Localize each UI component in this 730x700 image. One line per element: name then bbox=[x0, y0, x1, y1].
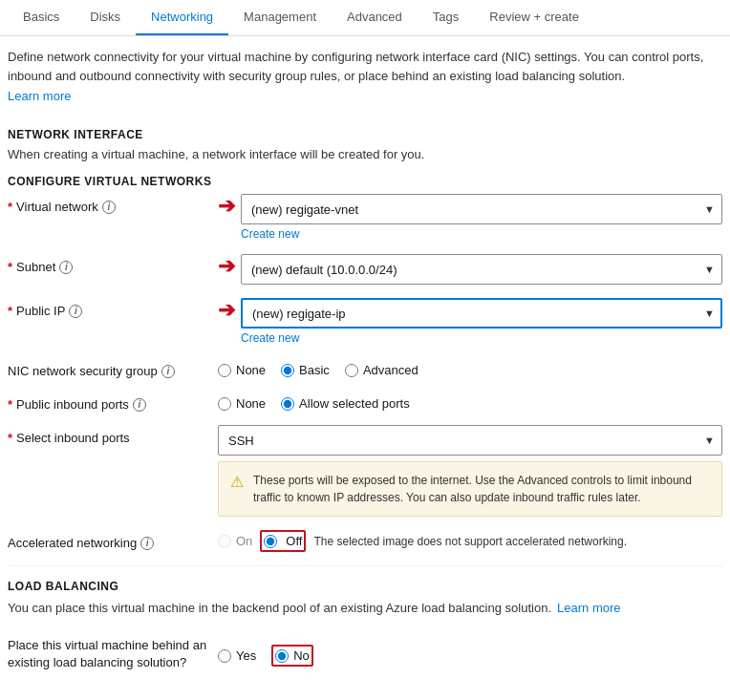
place-vm-control: Yes No bbox=[218, 641, 722, 667]
learn-more-link-1[interactable]: Learn more bbox=[8, 89, 71, 103]
public-ip-control: (new) regigate-ip ▼ Create new bbox=[241, 298, 722, 345]
nic-nsg-basic-option[interactable]: Basic bbox=[281, 363, 330, 377]
public-ip-label: * Public IP i bbox=[8, 298, 218, 318]
accelerated-networking-options: On Off The selected image does not suppo… bbox=[218, 530, 722, 552]
tab-review-create[interactable]: Review + create bbox=[474, 0, 594, 35]
nic-nsg-advanced-radio[interactable] bbox=[345, 364, 358, 377]
arrow-vnet: ➔ bbox=[218, 194, 235, 219]
tab-tags[interactable]: Tags bbox=[418, 0, 474, 35]
place-vm-label: Place this virtual machine behind an exi… bbox=[8, 637, 218, 671]
public-inbound-radio-group: None Allow selected ports bbox=[218, 392, 722, 411]
configure-vnet-header: CONFIGURE VIRTUAL NETWORKS bbox=[8, 175, 722, 188]
tab-advanced[interactable]: Advanced bbox=[332, 0, 418, 35]
required-star-inbound: * bbox=[8, 397, 12, 412]
place-vm-no-highlighted: No bbox=[271, 645, 313, 667]
subnet-control: (new) default (10.0.0.0/24) ▼ bbox=[241, 254, 722, 285]
accelerated-networking-control: On Off The selected image does not suppo… bbox=[218, 530, 722, 552]
subnet-select-wrapper: (new) default (10.0.0.0/24) ▼ bbox=[241, 254, 722, 285]
nic-nsg-label: NIC network security group i bbox=[8, 358, 218, 378]
required-star-select-inbound: * bbox=[8, 431, 12, 445]
nic-nsg-advanced-option[interactable]: Advanced bbox=[345, 363, 419, 377]
description-text: Define network connectivity for your vir… bbox=[8, 48, 722, 85]
subnet-row: * Subnet i ➔ (new) default (10.0.0.0/24)… bbox=[8, 254, 722, 285]
nic-nsg-radio-group: None Basic Advanced bbox=[218, 358, 722, 377]
network-interface-text: When creating a virtual machine, a netwo… bbox=[8, 147, 722, 161]
load-balancing-text: You can place this virtual machine in th… bbox=[8, 599, 551, 618]
subnet-label: * Subnet i bbox=[8, 254, 218, 274]
select-inbound-row: * Select inbound ports SSH ▼ ⚠ These por… bbox=[8, 425, 722, 517]
public-inbound-label: * Public inbound ports i bbox=[8, 392, 218, 412]
warning-icon: ⚠ bbox=[230, 473, 244, 506]
create-new-vnet[interactable]: Create new bbox=[241, 227, 299, 241]
nic-nsg-info-icon[interactable]: i bbox=[161, 365, 175, 378]
accelerated-on-radio[interactable] bbox=[218, 535, 231, 548]
select-inbound-select[interactable]: SSH bbox=[218, 425, 722, 456]
tab-bar: Basics Disks Networking Management Advan… bbox=[0, 0, 730, 36]
load-balancing-header: LOAD BALANCING bbox=[8, 580, 722, 593]
public-inbound-info-icon[interactable]: i bbox=[133, 398, 146, 412]
create-new-pip[interactable]: Create new bbox=[241, 331, 299, 345]
accelerated-off-radio[interactable] bbox=[264, 535, 277, 548]
required-star-vnet: * bbox=[8, 200, 12, 214]
subnet-select[interactable]: (new) default (10.0.0.0/24) bbox=[241, 254, 722, 285]
public-inbound-none-option[interactable]: None bbox=[218, 396, 266, 411]
accelerated-networking-info-icon[interactable]: i bbox=[140, 537, 154, 550]
required-star-pip: * bbox=[8, 304, 12, 318]
place-vm-radio-group: Yes No bbox=[218, 641, 722, 667]
network-interface-header: NETWORK INTERFACE bbox=[8, 128, 722, 141]
virtual-network-select[interactable]: (new) regigate-vnet bbox=[241, 194, 722, 224]
arrow-pip: ➔ bbox=[218, 298, 235, 323]
nic-nsg-none-option[interactable]: None bbox=[218, 363, 266, 377]
main-content: Define network connectivity for your vir… bbox=[0, 36, 730, 696]
virtual-network-control: (new) regigate-vnet ▼ Create new bbox=[241, 194, 722, 241]
tab-management[interactable]: Management bbox=[228, 0, 332, 35]
nic-nsg-basic-radio[interactable] bbox=[281, 364, 294, 377]
nic-nsg-control: None Basic Advanced bbox=[218, 358, 722, 377]
public-ip-select-wrapper: (new) regigate-ip ▼ bbox=[241, 298, 722, 329]
place-vm-row: Place this virtual machine behind an exi… bbox=[8, 637, 722, 671]
nic-nsg-row: NIC network security group i None Basic … bbox=[8, 358, 722, 378]
virtual-network-info-icon[interactable]: i bbox=[102, 201, 116, 214]
load-balancing-description-row: You can place this virtual machine in th… bbox=[8, 599, 722, 627]
tab-networking[interactable]: Networking bbox=[136, 0, 228, 35]
tab-disks[interactable]: Disks bbox=[75, 0, 136, 35]
accelerated-off-highlighted: Off bbox=[260, 530, 306, 552]
warning-text: These ports will be exposed to the inter… bbox=[253, 472, 710, 506]
public-ip-info-icon[interactable]: i bbox=[69, 305, 82, 318]
place-vm-yes-radio[interactable] bbox=[218, 649, 231, 663]
public-inbound-none-radio[interactable] bbox=[218, 397, 231, 411]
select-inbound-select-wrapper: SSH ▼ bbox=[218, 425, 722, 456]
select-inbound-label: * Select inbound ports bbox=[8, 425, 218, 445]
virtual-network-label: * Virtual network i bbox=[8, 194, 218, 214]
accelerated-off-option[interactable]: Off bbox=[264, 534, 302, 548]
public-inbound-control: None Allow selected ports bbox=[218, 392, 722, 411]
virtual-network-select-wrapper: (new) regigate-vnet ▼ bbox=[241, 194, 722, 224]
tab-basics[interactable]: Basics bbox=[8, 0, 75, 35]
public-ip-select[interactable]: (new) regigate-ip bbox=[241, 298, 722, 329]
accelerated-note: The selected image does not support acce… bbox=[313, 535, 627, 548]
virtual-network-row: * Virtual network i ➔ (new) regigate-vne… bbox=[8, 194, 722, 241]
public-ip-row: * Public IP i ➔ (new) regigate-ip ▼ Crea… bbox=[8, 298, 722, 345]
public-inbound-allow-radio[interactable] bbox=[281, 397, 294, 411]
accelerated-on-option[interactable]: On bbox=[218, 534, 252, 548]
warning-box: ⚠ These ports will be exposed to the int… bbox=[218, 461, 722, 517]
public-inbound-allow-option[interactable]: Allow selected ports bbox=[281, 396, 410, 411]
learn-more-link-2[interactable]: Learn more bbox=[557, 601, 620, 615]
accelerated-networking-label: Accelerated networking i bbox=[8, 530, 218, 550]
place-vm-no-option[interactable]: No bbox=[275, 648, 310, 663]
public-inbound-row: * Public inbound ports i None Allow sele… bbox=[8, 392, 722, 412]
arrow-subnet: ➔ bbox=[218, 254, 235, 279]
nic-nsg-none-radio[interactable] bbox=[218, 364, 231, 377]
section-divider bbox=[8, 565, 722, 566]
accelerated-networking-row: Accelerated networking i On Off The sele… bbox=[8, 530, 722, 552]
place-vm-yes-option[interactable]: Yes bbox=[218, 648, 256, 663]
select-inbound-control: SSH ▼ ⚠ These ports will be exposed to t… bbox=[218, 425, 722, 517]
required-star-subnet: * bbox=[8, 260, 12, 274]
subnet-info-icon[interactable]: i bbox=[59, 261, 73, 274]
place-vm-no-radio[interactable] bbox=[275, 649, 289, 663]
